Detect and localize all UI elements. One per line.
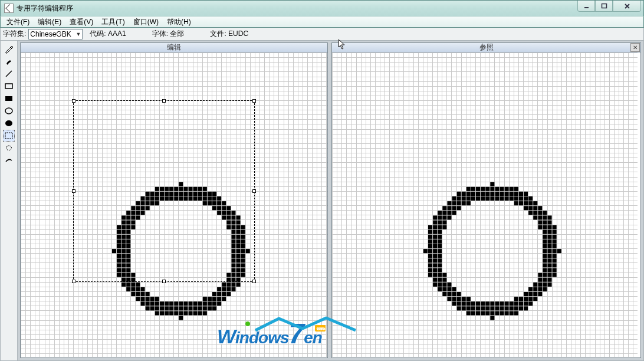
charset-select[interactable]: ChineseGBK ▼ <box>28 29 83 40</box>
menu-window[interactable]: 窗口(W) <box>130 17 162 28</box>
maximize-button[interactable] <box>595 1 613 12</box>
selection-handle[interactable] <box>72 189 75 193</box>
charset-label: 字符集: <box>2 29 27 39</box>
selection-box[interactable] <box>73 100 255 282</box>
tool-rect[interactable] <box>3 80 15 92</box>
roof-icon <box>252 316 359 333</box>
tool-brush[interactable] <box>3 55 15 67</box>
tool-freeselect[interactable] <box>3 142 15 154</box>
reference-panel: 参照 ✕ <box>331 42 641 358</box>
tool-filled-rect[interactable] <box>3 93 15 104</box>
title-bar: 专用字符编辑程序 <box>0 0 644 16</box>
window-buttons <box>577 1 641 12</box>
panels: 编辑 参照 ✕ <box>18 41 643 360</box>
code-label: 代码: AAA1 <box>88 29 127 39</box>
watermark: Windows7en com <box>217 324 322 348</box>
svg-point-6 <box>5 120 12 126</box>
tool-line[interactable] <box>3 68 15 80</box>
edit-panel-header: 编辑 <box>21 43 327 52</box>
menu-help[interactable]: 帮助(H) <box>163 17 195 28</box>
menu-file[interactable]: 文件(F) <box>3 17 33 28</box>
cursor-icon <box>338 39 347 51</box>
font-label: 字体: 全部 <box>151 29 186 39</box>
tool-pencil[interactable] <box>3 43 15 55</box>
svg-point-5 <box>5 108 12 114</box>
svg-line-2 <box>6 71 12 77</box>
selection-handle[interactable] <box>162 280 166 283</box>
workspace: 编辑 参照 ✕ <box>0 41 644 361</box>
toolbox <box>1 41 18 360</box>
app-icon <box>4 4 14 13</box>
dot-icon <box>245 321 250 326</box>
svg-rect-4 <box>5 96 12 101</box>
reference-panel-title: 参照 <box>479 42 494 52</box>
menu-view[interactable]: 查看(V) <box>66 17 97 28</box>
selection-handle[interactable] <box>252 99 256 103</box>
charset-value: ChineseGBK <box>30 30 71 38</box>
tool-select[interactable] <box>3 130 15 142</box>
svg-rect-3 <box>5 84 12 88</box>
reference-close-button[interactable]: ✕ <box>630 43 640 52</box>
edit-canvas[interactable] <box>21 52 327 357</box>
selection-handle[interactable] <box>252 280 256 283</box>
tool-ellipse[interactable] <box>3 105 15 117</box>
tool-filled-ellipse[interactable] <box>3 117 15 129</box>
menu-tool[interactable]: 工具(T) <box>98 17 128 28</box>
close-button[interactable] <box>613 1 641 12</box>
edit-panel-title: 编辑 <box>167 42 181 52</box>
tool-eraser[interactable] <box>3 155 15 166</box>
window-title: 专用字符编辑程序 <box>17 4 73 14</box>
reference-panel-header: 参照 ✕ <box>332 43 640 52</box>
minimize-button[interactable] <box>577 1 595 12</box>
selection-handle[interactable] <box>72 99 75 103</box>
info-bar: 字符集: ChineseGBK ▼ 代码: AAA1 字体: 全部 文件: EU… <box>0 28 644 41</box>
selection-handle[interactable] <box>162 99 166 103</box>
menu-bar: 文件(F) 编辑(E) 查看(V) 工具(T) 窗口(W) 帮助(H) <box>0 16 644 28</box>
file-label: 文件: EUDC <box>209 29 249 39</box>
selection-handle[interactable] <box>72 280 75 283</box>
watermark-com: com <box>315 325 325 332</box>
svg-rect-7 <box>5 133 12 139</box>
reference-canvas[interactable] <box>332 52 640 357</box>
menu-edit[interactable]: 编辑(E) <box>34 17 65 28</box>
selection-handle[interactable] <box>252 189 256 193</box>
edit-panel: 编辑 <box>20 42 328 358</box>
svg-rect-1 <box>602 4 606 8</box>
dropdown-arrow-icon: ▼ <box>75 31 81 37</box>
